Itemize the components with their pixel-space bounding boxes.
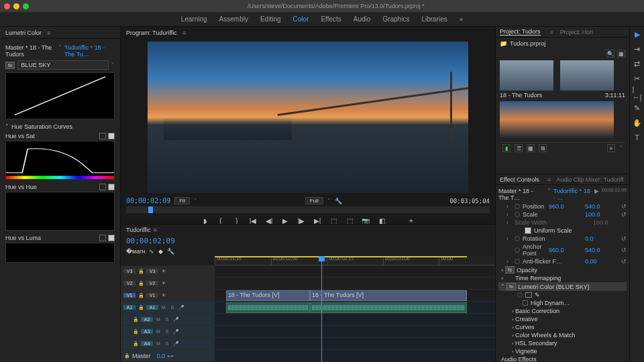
effect-controls-tab[interactable]: Effect Controls bbox=[500, 176, 539, 183]
maximize-window-button[interactable] bbox=[23, 3, 29, 9]
workspace-graphics[interactable]: Graphics bbox=[382, 15, 409, 23]
timeline-ruler[interactable]: 00;00;01;15 00;00;02;00 00;00;02;15 00;0… bbox=[215, 256, 495, 265]
lock-icon[interactable]: 🔒 bbox=[138, 280, 144, 287]
selection-tool-icon[interactable]: ▶ bbox=[633, 29, 642, 39]
rgb-curve[interactable] bbox=[5, 72, 115, 119]
track-header-v3[interactable]: V3🔒V3👁 bbox=[121, 265, 215, 278]
pen-mask-icon[interactable]: ✎ bbox=[535, 292, 540, 298]
hue-vs-hue-curve[interactable] bbox=[5, 192, 115, 231]
video-clip[interactable]: 18 - The Tudors [V] bbox=[310, 290, 467, 301]
program-timecode[interactable]: 00;00;02;09 bbox=[126, 197, 170, 204]
new-bin-icon[interactable]: ▦ bbox=[617, 50, 625, 58]
slip-tool-icon[interactable]: |↔| bbox=[633, 88, 642, 98]
curve-toggle-checkbox[interactable] bbox=[108, 184, 115, 190]
lock-icon[interactable]: 🔒 bbox=[138, 268, 144, 275]
hue-vs-sat-curve[interactable] bbox=[5, 141, 115, 180]
workspace-learning[interactable]: Learning bbox=[181, 15, 207, 23]
marker-icon[interactable]: ◆ bbox=[158, 248, 163, 255]
opacity-section[interactable]: ›fxOpacity bbox=[498, 265, 627, 274]
vignette-item[interactable]: › Vignette bbox=[498, 347, 627, 355]
wrench-icon[interactable]: 🔧 bbox=[335, 198, 342, 204]
creative-item[interactable]: › Creative bbox=[498, 315, 627, 323]
workspace-editing[interactable]: Editing bbox=[260, 15, 281, 23]
track-select-tool-icon[interactable]: ⇥ bbox=[633, 44, 642, 54]
track-header-a4[interactable]: 🔒A4MS🎤 bbox=[121, 338, 215, 350]
curve-toggle-checkbox[interactable] bbox=[108, 133, 115, 139]
clip-thumbnail[interactable] bbox=[500, 60, 553, 90]
project-tab[interactable]: Project: Tudors bbox=[500, 28, 541, 36]
keyframe-toggle[interactable] bbox=[515, 247, 520, 253]
panel-menu-icon[interactable]: ≡ bbox=[154, 227, 157, 233]
snap-icon[interactable]: �магн bbox=[126, 248, 145, 255]
panel-menu-icon[interactable]: ≡ bbox=[182, 29, 186, 36]
eyedropper-icon[interactable] bbox=[99, 235, 106, 241]
keyframe-toggle[interactable] bbox=[515, 236, 520, 241]
hsl-secondary-item[interactable]: › HSL Secondary bbox=[498, 339, 627, 347]
curve-toggle-checkbox[interactable] bbox=[108, 235, 115, 241]
keyframe-toggle[interactable] bbox=[515, 204, 520, 209]
ripple-edit-tool-icon[interactable]: ⇄ bbox=[633, 59, 642, 68]
reset-icon[interactable]: ↺ bbox=[621, 203, 627, 210]
eyedropper-icon[interactable] bbox=[99, 133, 106, 139]
workspace-audio[interactable]: Audio bbox=[354, 15, 371, 23]
panel-menu-icon[interactable]: ≡ bbox=[47, 29, 50, 36]
filter-icon[interactable]: ▮ bbox=[502, 144, 511, 152]
audio-mixer-tab[interactable]: Audio Clip Mixer: Tudoriff bbox=[556, 176, 623, 183]
lumetri-tab[interactable]: Lumetri Color ≡ bbox=[0, 27, 120, 39]
lumetri-fx-section[interactable]: ˅fxLumetri Color (BLUE SKY) bbox=[498, 282, 627, 291]
ellipse-mask-icon[interactable] bbox=[517, 292, 523, 298]
hdr-checkbox[interactable] bbox=[523, 300, 528, 306]
workspace-libraries[interactable]: Libraries bbox=[421, 15, 447, 23]
timeline-playhead[interactable] bbox=[321, 256, 322, 362]
timeline-tab[interactable]: Tudoriffic bbox=[126, 227, 151, 233]
hue-vs-luma-curve[interactable] bbox=[5, 243, 115, 263]
freeform-view-icon[interactable]: ⊞ bbox=[539, 144, 547, 152]
clip-thumbnail[interactable] bbox=[560, 60, 614, 90]
audio-clip[interactable] bbox=[226, 302, 310, 313]
work-area-bar[interactable] bbox=[215, 256, 467, 257]
bin-icon[interactable]: 📁 bbox=[500, 40, 507, 47]
minimize-window-button[interactable] bbox=[13, 3, 19, 9]
lock-icon[interactable]: 🔒 bbox=[138, 292, 144, 299]
lumetri-preset-dropdown[interactable]: BLUE SKY bbox=[17, 60, 109, 70]
pen-tool-icon[interactable]: ✎ bbox=[633, 103, 642, 113]
track-header-a2[interactable]: 🔒A2MS🎤 bbox=[121, 314, 215, 326]
sort-icon[interactable]: ≡ bbox=[607, 144, 615, 152]
hue-sat-curves-header[interactable]: ˅ Hue Saturation Curves bbox=[5, 123, 115, 130]
audio-clip[interactable] bbox=[310, 302, 467, 313]
fx-badge[interactable]: fx bbox=[5, 62, 15, 69]
track-header-master[interactable]: 🔒Master0.0▸◂ bbox=[121, 350, 215, 362]
type-tool-icon[interactable]: T bbox=[633, 133, 642, 142]
sequence-thumbnail[interactable] bbox=[500, 101, 614, 138]
reset-icon[interactable]: ↺ bbox=[621, 258, 627, 265]
workspace-effects[interactable]: Effects bbox=[321, 15, 341, 23]
keyframe-toggle[interactable] bbox=[515, 212, 520, 217]
hand-tool-icon[interactable]: ✋ bbox=[633, 118, 642, 127]
reset-icon[interactable]: ↺ bbox=[621, 211, 627, 218]
razor-tool-icon[interactable]: ✂ bbox=[633, 74, 642, 83]
close-window-button[interactable] bbox=[4, 3, 10, 9]
timeline-timecode[interactable]: 00;00;02;09 bbox=[121, 235, 495, 247]
workspace-assembly[interactable]: Assembly bbox=[219, 15, 248, 23]
resolution-dropdown[interactable]: Full bbox=[305, 197, 323, 204]
settings-icon[interactable]: 🔧 bbox=[167, 248, 174, 255]
icon-view-icon[interactable]: ▦ bbox=[527, 144, 535, 152]
basic-correction-item[interactable]: › Basic Correction bbox=[498, 307, 627, 315]
rect-mask-icon[interactable] bbox=[525, 292, 532, 298]
reset-icon[interactable]: ↺ bbox=[621, 247, 627, 253]
program-scrubber[interactable] bbox=[126, 206, 490, 213]
curves-item[interactable]: › Curves bbox=[498, 323, 627, 331]
program-preview[interactable] bbox=[148, 42, 468, 193]
keyframe-toggle[interactable] bbox=[515, 259, 520, 264]
time-remapping-section[interactable]: ›Time Remapping bbox=[498, 274, 627, 282]
program-tab[interactable]: Program: Tudoriffic bbox=[126, 29, 177, 36]
search-icon[interactable]: 🔍 bbox=[606, 50, 614, 58]
audio-effects-section[interactable]: Audio Effects bbox=[498, 355, 627, 362]
list-view-icon[interactable]: ☰ bbox=[515, 144, 523, 152]
track-header-v2[interactable]: V2🔒V2👁 bbox=[121, 278, 215, 290]
video-clip[interactable]: 18 - The Tudors [V] bbox=[226, 290, 310, 301]
track-header-v1[interactable]: V1🔒V1👁 bbox=[121, 290, 215, 302]
color-wheels-item[interactable]: › Color Wheels & Match bbox=[498, 331, 627, 339]
project-tab-2[interactable]: Project: Hori bbox=[560, 29, 594, 36]
timeline-toggle-icon[interactable]: ▶ bbox=[594, 188, 599, 201]
